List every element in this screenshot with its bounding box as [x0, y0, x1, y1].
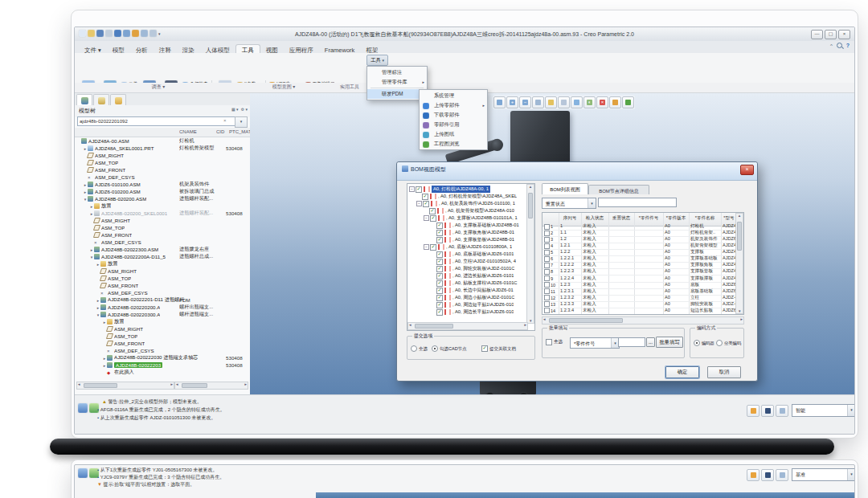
radio-icon[interactable] — [716, 340, 723, 346]
menu-item-工程图浏览[interactable]: 工程图浏览 — [420, 139, 487, 149]
datum-display-icon[interactable]: × — [596, 96, 608, 108]
tree-columns-hscrollbar[interactable]: ◄► — [174, 382, 248, 390]
highlight-icon[interactable] — [747, 469, 760, 481]
tree-node[interactable]: ▸AJDZ48B-020220200.A螺杆出瓶端支... — [75, 304, 250, 311]
collapse-icon[interactable]: − — [424, 244, 429, 250]
node-checkbox[interactable]: ✓ — [436, 237, 443, 243]
submit-option-勾选CAD节点[interactable]: 勾选CAD节点 — [432, 345, 467, 352]
reset-state-combo[interactable]: 重置状态 — [542, 198, 596, 209]
batch-select-all[interactable]: 全选 — [546, 339, 563, 345]
radio-icon[interactable] — [432, 345, 438, 352]
highlight-icon[interactable] — [747, 405, 760, 417]
tab-bom-list-view[interactable]: BOM列表视图 — [542, 183, 588, 194]
find-icon[interactable] — [761, 405, 774, 417]
node-checkbox[interactable]: ✓ — [436, 230, 443, 236]
tree-node[interactable]: ASM_FRONT — [75, 340, 250, 347]
bom-dialog-titlebar[interactable]: BOM视图模型 — [397, 162, 757, 181]
previous-view-icon[interactable] — [558, 96, 570, 108]
menu-item-研发PDM[interactable]: 研发PDM▸ — [367, 89, 427, 99]
tree-node[interactable]: ▸AJDZ48B-02022300.ASM进瓶拨龙右座 — [75, 246, 250, 253]
row-checkbox[interactable] — [544, 237, 550, 243]
row-checkbox[interactable] — [544, 231, 550, 236]
spin-center-icon[interactable] — [622, 96, 634, 108]
tree-node[interactable]: ▸放置 — [75, 260, 250, 267]
bom-tree-node[interactable]: ✓, A0, 支撑板角板\AJDZ48B-01 — [431, 229, 527, 236]
tree-node[interactable]: ▸AJDZ48B-02022203530408 — [75, 361, 250, 369]
bom-tree-node[interactable]: ✓, A0, 周边短平贴1\AJDZ6-010 — [431, 301, 527, 308]
tree-column-header[interactable]: CNAME — [179, 129, 211, 134]
bom-table-hscrollbar[interactable]: ◄► — [542, 316, 744, 325]
tools-dropdown-button[interactable]: 工具 — [366, 55, 388, 66]
tree-node[interactable]: AJDZ48A-00.ASM灯检机 — [75, 137, 250, 145]
node-checkbox[interactable]: ✓ — [436, 273, 443, 280]
radio-icon[interactable] — [411, 345, 417, 352]
qat-customize-icon[interactable]: ▾ — [158, 31, 161, 36]
tree-node[interactable]: ▾AJDZ48B-020220300.A螺杆进瓶端支... — [75, 311, 250, 318]
tree-node[interactable]: ▸AJDZ48B-020200_SKEL0001进瓶螺杆装配...530408 — [75, 210, 250, 217]
window-icon[interactable] — [776, 469, 788, 481]
cancel-button[interactable]: 取消 — [707, 366, 741, 378]
bom-table-row[interactable]: 141.2.3.4未检入A0短边长贴板AJDZ6- — [542, 308, 737, 315]
encode-option-编码器[interactable]: 编码器 — [694, 340, 714, 346]
submit-option-全选[interactable]: 全选 — [411, 345, 428, 352]
tab-bom-node-details[interactable]: BOM节点详细信息 — [588, 185, 649, 194]
node-checkbox[interactable]: ✓ — [436, 302, 443, 308]
submit-option-提交关联文档[interactable]: ✓提交关联文档 — [481, 345, 516, 352]
bom-tree-node[interactable]: −✓A0, 灯检机\AJDZ48A-00, 1 — [409, 186, 527, 193]
ribbon-group-label[interactable]: 模型意图 ▾ — [242, 84, 326, 91]
tree-node[interactable]: ASM_RIGHT — [75, 325, 250, 333]
tree-node[interactable]: ▾AJDZ48B-02022200A-D11_5进瓶螺杆总成... — [75, 253, 250, 260]
batch-select-all-checkbox[interactable] — [546, 339, 552, 345]
menu-item-管理零件库[interactable]: 管理零件库▸ — [367, 77, 427, 87]
menu-item-零部件引用[interactable]: 零部件引用 — [420, 120, 487, 129]
bom-tree-node[interactable]: ✓, A0, 灯检机骨架模型\AJDZ48A_SKEL — [416, 193, 527, 200]
tree-node[interactable]: ▸AJDZ6-010200.ASM被拆玻璃门总成 — [75, 188, 250, 195]
node-checkbox[interactable]: ✓ — [436, 222, 443, 229]
tree-filter-icon[interactable]: ▦ ▾ — [231, 107, 239, 112]
menu-item-下载零部件[interactable]: 下载零部件 — [420, 110, 487, 120]
row-checkbox[interactable] — [544, 224, 550, 230]
zoom-in-icon[interactable]: + — [506, 96, 518, 108]
repaint-icon[interactable] — [545, 96, 557, 108]
bom-tree-node[interactable]: ✓, A0, 支撑板垫板\AJDZ48B-01 — [431, 236, 527, 243]
batch-field-combo[interactable]: *零件件号 — [570, 337, 620, 349]
tree-node[interactable]: ASM_RIGHT — [75, 267, 250, 275]
model-display-icon[interactable] — [141, 30, 148, 37]
annotation-display-icon[interactable] — [609, 96, 621, 108]
search-dropdown-icon[interactable]: ▾ — [235, 116, 248, 128]
refit-icon[interactable] — [532, 96, 544, 108]
ribbon-group-label[interactable]: 实用工具 — [329, 84, 371, 91]
help-icon[interactable]: ? — [846, 43, 850, 48]
row-checkbox[interactable] — [544, 256, 550, 262]
bom-tree-node[interactable]: −✓, A0, 机架及装饰件\AJDZ6-010100, 1 — [416, 200, 527, 207]
bom-table-vscrollbar[interactable]: ▲▼ — [735, 213, 743, 314]
node-checkbox[interactable]: ✓ — [436, 259, 443, 265]
tree-node[interactable]: ASM_TOP — [75, 224, 250, 231]
bom-tree-node[interactable]: ✓, A0, 脚轮安装板\AJDZ-0101C — [431, 265, 527, 272]
bom-tree-node[interactable]: −✓, A0, 底板\AJDZ6-01010800A, 1 — [424, 243, 527, 251]
bom-tree-vscrollbar[interactable]: ▲▼ — [526, 184, 534, 324]
tree-node[interactable]: ASM_RIGHT — [75, 217, 250, 224]
clear-search-icon[interactable]: × — [223, 118, 227, 123]
ribbon-group-label[interactable]: 调查 ▾ — [78, 84, 239, 91]
tree-node[interactable]: ASM_TOP — [75, 275, 250, 282]
selection-filter-combo[interactable]: 基准 — [792, 468, 855, 481]
node-checkbox[interactable]: ✓ — [436, 280, 443, 287]
bom-tree-node[interactable]: ✓, A0, 底板基础板\AJDZ6-0101 — [431, 251, 527, 258]
row-checkbox[interactable] — [544, 263, 550, 268]
encode-option-分类编码[interactable]: 分类编码 — [716, 340, 741, 346]
bom-tree-node[interactable]: ✓, A0, 长边中间贴板\AJDZ6-01 — [431, 287, 527, 294]
bom-tree-node[interactable]: ✓, A0, 周边长平贴1\AJDZ6-010 — [431, 308, 527, 316]
bom-tree-node[interactable]: ✓, A0, 进边长贴板\AJDZ6-0101 — [431, 272, 527, 280]
tree-node[interactable]: ◆在此插入 — [75, 369, 250, 376]
menu-item-上传零部件[interactable]: 上传零部件 — [420, 100, 487, 110]
row-checkbox[interactable] — [544, 250, 550, 255]
tree-node[interactable]: ▾AJDZ48B-020200.ASM进瓶螺杆装配... — [75, 195, 250, 202]
batch-more-button[interactable]: ... — [646, 337, 655, 347]
node-checkbox[interactable]: ✓ — [429, 208, 436, 214]
regenerate-icon[interactable] — [132, 30, 139, 37]
menu-item-上传图纸[interactable]: 上传图纸 — [420, 129, 487, 139]
tree-settings-icon[interactable]: ⚙ ▾ — [241, 107, 248, 112]
row-checkbox[interactable] — [544, 301, 550, 307]
node-checkbox[interactable]: ✓ — [436, 309, 443, 316]
